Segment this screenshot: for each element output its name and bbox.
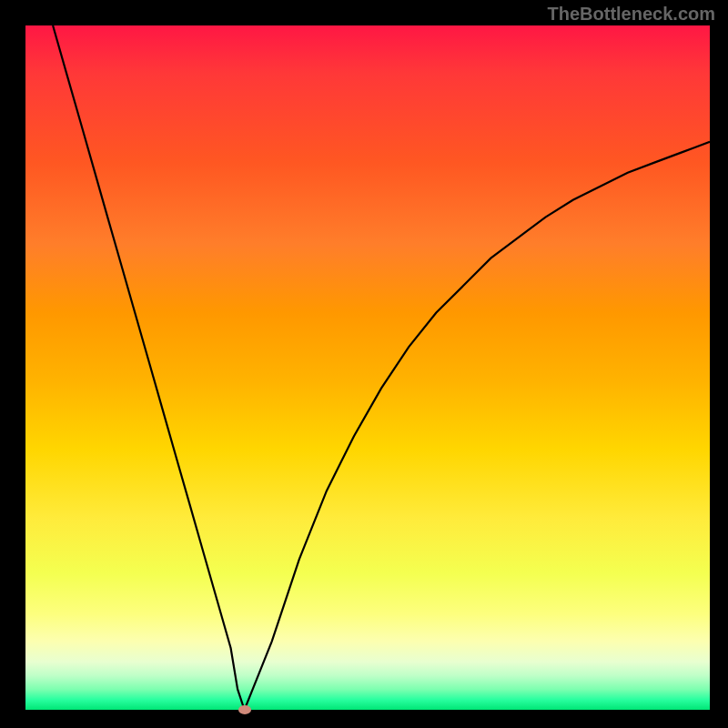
plot-area <box>25 25 710 710</box>
bottleneck-curve <box>53 25 710 710</box>
optimum-marker <box>238 705 251 714</box>
watermark-text: TheBottleneck.com <box>548 4 715 25</box>
curve-svg <box>25 25 710 710</box>
